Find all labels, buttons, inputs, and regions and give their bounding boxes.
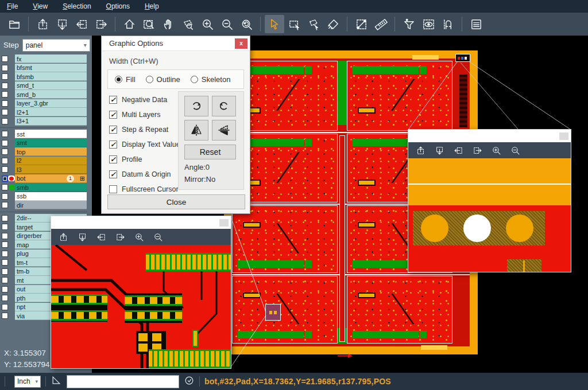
filter-button[interactable]: [399, 15, 419, 33]
layer-checkbox[interactable]: [2, 73, 8, 80]
menu-options[interactable]: Options: [106, 2, 130, 10]
layer-row-bot[interactable]: bot1⊞: [0, 174, 92, 184]
mag-move-up-button[interactable]: [414, 144, 427, 157]
rect-select-button[interactable]: [284, 15, 304, 33]
layer-checkbox[interactable]: [2, 202, 8, 208]
layer-name[interactable]: smt: [15, 139, 87, 147]
layer-row-smt[interactable]: smt: [0, 139, 92, 148]
command-input[interactable]: [67, 375, 179, 388]
mirror-vertical-button[interactable]: [212, 120, 236, 141]
zoom-out-button[interactable]: [217, 15, 237, 33]
layer-checkbox[interactable]: [2, 251, 8, 257]
magnifier-window-detail[interactable]: [51, 216, 231, 369]
window-button[interactable]: [559, 132, 568, 140]
layer-checkbox[interactable]: [2, 83, 8, 89]
layer-row-top[interactable]: top: [0, 147, 92, 157]
layer-row-fx[interactable]: fx: [0, 54, 92, 64]
radio-outline[interactable]: Outline: [146, 75, 180, 84]
layer-name[interactable]: smd_b: [15, 90, 87, 99]
magnifier-window-overview[interactable]: [408, 129, 571, 272]
mag-move-down-button[interactable]: [433, 144, 446, 157]
layer-row-l3+1[interactable]: l3+1: [0, 117, 92, 126]
mag-zoom-in-button[interactable]: [133, 231, 145, 243]
layer-checkbox[interactable]: [2, 158, 8, 164]
layer-checkbox[interactable]: [2, 224, 8, 230]
measure-button[interactable]: [351, 15, 371, 33]
layer-row-l2[interactable]: l2: [0, 157, 92, 166]
layer-name[interactable]: fx: [15, 54, 87, 63]
mag-move-up-button[interactable]: [57, 231, 69, 243]
layer-name[interactable]: smb: [15, 183, 87, 192]
clean-button[interactable]: [323, 15, 343, 33]
layer-checkbox[interactable]: [2, 140, 8, 146]
mag-move-left-button[interactable]: [95, 231, 107, 243]
zoom-in-button[interactable]: [198, 15, 217, 33]
layer-name[interactable]: layer_3.gbr: [15, 99, 87, 108]
layer-name[interactable]: l2: [15, 157, 87, 165]
layer-row-l3[interactable]: l3: [0, 165, 92, 174]
layer-row-bfsmb[interactable]: bfsmb: [0, 72, 92, 81]
checkbox-datum-origin[interactable]: ✓Datum & Origin: [109, 167, 178, 182]
snap-corner-icon[interactable]: [51, 375, 62, 388]
layer-name[interactable]: dir: [15, 201, 87, 209]
radio-fill[interactable]: Fill: [115, 75, 136, 84]
layer-name[interactable]: bfsmb: [15, 72, 87, 81]
layer-row-ssb[interactable]: ssb: [0, 192, 92, 201]
zoom-window-button[interactable]: [139, 15, 158, 33]
close-icon[interactable]: x: [235, 38, 247, 49]
layer-checkbox[interactable]: [2, 241, 8, 248]
step-select[interactable]: panel ▾: [22, 39, 90, 52]
layer-checkbox[interactable]: [2, 193, 8, 200]
rotate-cw-button[interactable]: [184, 96, 208, 116]
dialog-title-bar[interactable]: Graphic Options x: [102, 36, 250, 51]
layer-checkbox[interactable]: [2, 268, 8, 275]
mag-move-down-button[interactable]: [76, 231, 88, 243]
layer-row-smd_b[interactable]: smd_b: [0, 90, 92, 99]
mag-zoom-out-button[interactable]: [509, 144, 521, 157]
refresh-icon[interactable]: [184, 375, 195, 388]
layer-name[interactable]: sst: [15, 130, 87, 138]
layer-checkbox[interactable]: [2, 184, 8, 190]
layer-checkbox[interactable]: [2, 118, 8, 124]
menu-view[interactable]: View: [33, 2, 48, 10]
zoom-object-button[interactable]: [178, 15, 198, 33]
layer-name[interactable]: l3: [15, 165, 87, 174]
layer-checkbox[interactable]: [2, 100, 8, 107]
report-panel-button[interactable]: [466, 15, 486, 33]
layer-row-dir[interactable]: dir: [0, 201, 92, 210]
menu-selection[interactable]: Selection: [63, 2, 91, 10]
move-up-button[interactable]: [33, 15, 52, 33]
layer-checkbox[interactable]: [2, 304, 8, 310]
select-tool-button[interactable]: [265, 15, 284, 33]
window-button[interactable]: [219, 219, 229, 227]
layer-row-smd_t[interactable]: smd_t: [0, 81, 92, 91]
view-options-button[interactable]: [419, 15, 438, 33]
layer-name[interactable]: l3+1: [15, 117, 87, 126]
menu-help[interactable]: Help: [145, 2, 159, 10]
snap-button[interactable]: [438, 15, 458, 33]
rotate-ccw-button[interactable]: [212, 96, 236, 116]
layer-row-bfsmt[interactable]: bfsmt: [0, 64, 92, 73]
mag-move-right-button[interactable]: [471, 144, 483, 157]
unit-select[interactable]: Inch ▾: [14, 376, 41, 388]
mag-zoom-out-button[interactable]: [152, 231, 164, 243]
poly-select-button[interactable]: [304, 15, 323, 33]
layer-checkbox[interactable]: [2, 277, 8, 283]
reset-button[interactable]: Reset: [184, 145, 236, 159]
ruler-button[interactable]: [371, 15, 390, 33]
layer-checkbox[interactable]: [2, 109, 8, 115]
layer-checkbox[interactable]: [2, 259, 8, 266]
mag-zoom-in-button[interactable]: [490, 144, 502, 157]
layer-name[interactable]: l2+1: [15, 108, 87, 116]
checkbox-profile[interactable]: ✓Profile: [109, 152, 178, 167]
open-file-button[interactable]: [5, 15, 24, 33]
pan-button[interactable]: [158, 15, 178, 33]
layer-checkbox[interactable]: [2, 233, 8, 239]
layer-checkbox[interactable]: [2, 313, 8, 319]
layer-name[interactable]: bot1⊞: [15, 174, 87, 183]
move-left-button[interactable]: [72, 15, 91, 33]
layer-row-smb[interactable]: smb: [0, 183, 92, 192]
zoom-previous-button[interactable]: [237, 15, 256, 33]
layer-checkbox[interactable]: [2, 166, 8, 173]
layer-checkbox[interactable]: [2, 149, 8, 155]
